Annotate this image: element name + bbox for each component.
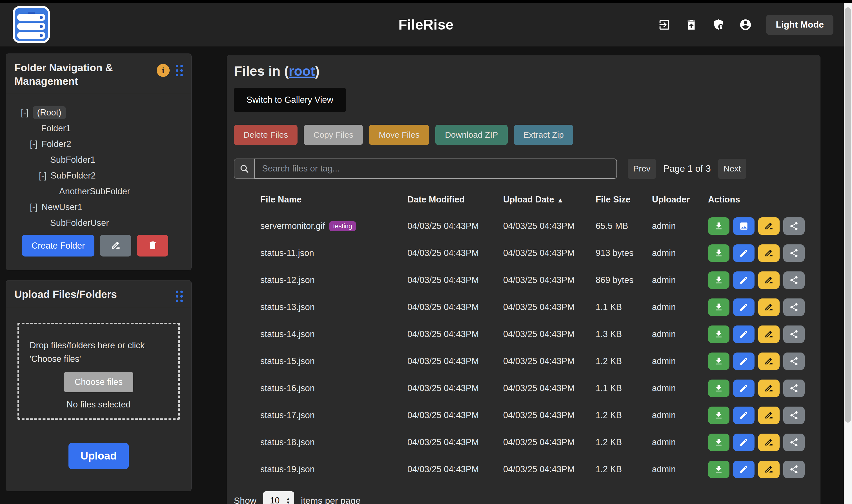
column-file-name[interactable]: File Name: [255, 195, 407, 205]
share-button[interactable]: [783, 353, 805, 370]
file-name[interactable]: status-17.json: [260, 410, 315, 420]
file-name[interactable]: status-18.json: [260, 437, 315, 447]
table-row[interactable]: status-16.json 04/03/25 04:43PM 04/03/25…: [234, 375, 813, 402]
file-name[interactable]: status-12.json: [260, 275, 315, 285]
file-name[interactable]: status-16.json: [260, 383, 315, 393]
delete-folder-button[interactable]: [137, 235, 168, 256]
edit-preview-button[interactable]: [733, 461, 754, 478]
table-row[interactable]: status-18.json 04/03/25 04:43PM 04/03/25…: [234, 429, 813, 456]
table-row[interactable]: status-19.json 04/03/25 04:43PM 04/03/25…: [234, 456, 813, 483]
download-button[interactable]: [708, 380, 729, 397]
switch-gallery-view-button[interactable]: Switch to Gallery View: [234, 88, 346, 112]
share-button[interactable]: [783, 434, 805, 451]
info-icon[interactable]: i: [157, 64, 170, 77]
edit-preview-button[interactable]: [733, 353, 754, 370]
folder-tree-item[interactable]: SubFolder1: [6, 152, 191, 168]
table-row[interactable]: status-17.json 04/03/25 04:43PM 04/03/25…: [234, 402, 813, 429]
rename-button[interactable]: [758, 299, 780, 316]
table-row[interactable]: status-13.json 04/03/25 04:43PM 04/03/25…: [234, 294, 813, 321]
column-file-size[interactable]: File Size: [596, 195, 652, 205]
column-uploader[interactable]: Uploader: [652, 195, 708, 205]
prev-page-button[interactable]: Prev: [628, 159, 656, 179]
rename-button[interactable]: [758, 271, 780, 289]
edit-preview-button[interactable]: [733, 271, 754, 289]
file-name[interactable]: servermonitor.gif: [260, 221, 325, 231]
rename-button[interactable]: [758, 325, 780, 343]
folder-tree-item[interactable]: Folder1: [6, 121, 191, 136]
rename-button[interactable]: [758, 380, 780, 397]
edit-preview-button[interactable]: [733, 299, 754, 316]
rename-button[interactable]: [758, 434, 780, 451]
restore-trash-icon[interactable]: [685, 18, 698, 31]
download-button[interactable]: [708, 407, 729, 424]
rename-folder-button[interactable]: [100, 235, 131, 256]
file-name[interactable]: status-13.json: [260, 302, 315, 312]
file-name[interactable]: status-19.json: [260, 464, 315, 474]
copy-files-button[interactable]: Copy Files: [304, 125, 363, 145]
edit-preview-button[interactable]: [733, 245, 754, 262]
folder-tree-item[interactable]: SubFolderUser: [6, 215, 191, 231]
admin-shield-icon[interactable]: [712, 18, 725, 31]
collapse-toggle[interactable]: [-]: [30, 202, 38, 212]
scrollbar-thumb[interactable]: [845, 7, 851, 422]
folder-tree-item[interactable]: [-] Folder2: [6, 136, 191, 152]
share-button[interactable]: [783, 271, 805, 289]
next-page-button[interactable]: Next: [718, 159, 746, 179]
drag-handle-icon[interactable]: [176, 291, 183, 302]
collapse-toggle[interactable]: [-]: [30, 139, 38, 149]
collapse-toggle[interactable]: [-]: [21, 108, 29, 118]
search-input[interactable]: [254, 159, 617, 179]
folder-tree-item[interactable]: [-] NewUser1: [6, 199, 191, 215]
account-circle-icon[interactable]: [739, 18, 752, 31]
file-name[interactable]: status-14.json: [260, 329, 315, 339]
items-per-page-select[interactable]: 10 ▲▼: [263, 491, 294, 504]
download-button[interactable]: [708, 299, 729, 316]
share-button[interactable]: [783, 461, 805, 478]
collapse-toggle[interactable]: [-]: [39, 170, 47, 181]
edit-preview-button[interactable]: [733, 380, 754, 397]
delete-files-button[interactable]: Delete Files: [234, 125, 297, 145]
table-row[interactable]: servermonitor.gif testing 04/03/25 04:43…: [234, 213, 813, 240]
download-button[interactable]: [708, 245, 729, 262]
choose-files-button[interactable]: Choose files: [64, 372, 133, 392]
preview-image-button[interactable]: [733, 217, 754, 235]
column-date-modified[interactable]: Date Modified: [407, 195, 503, 205]
column-upload-date[interactable]: Upload Date▲: [503, 195, 596, 205]
edit-preview-button[interactable]: [733, 407, 754, 424]
table-row[interactable]: status-11.json 04/03/25 04:43PM 04/03/25…: [234, 240, 813, 267]
folder-tree-item[interactable]: [-] (Root): [6, 105, 191, 121]
download-button[interactable]: [708, 217, 729, 235]
file-name[interactable]: status-11.json: [260, 248, 314, 258]
file-name[interactable]: status-15.json: [260, 356, 315, 366]
table-row[interactable]: status-14.json 04/03/25 04:43PM 04/03/25…: [234, 321, 813, 348]
download-button[interactable]: [708, 271, 729, 289]
folder-tree-item[interactable]: AnotherSubFolder: [6, 184, 191, 199]
upload-dropzone[interactable]: Drop files/folders here or click 'Choose…: [17, 323, 180, 420]
share-button[interactable]: [783, 245, 805, 262]
logout-icon[interactable]: [658, 18, 671, 31]
rename-button[interactable]: [758, 461, 780, 478]
drag-handle-icon[interactable]: [176, 65, 183, 76]
download-button[interactable]: [708, 461, 729, 478]
edit-preview-button[interactable]: [733, 434, 754, 451]
rename-button[interactable]: [758, 407, 780, 424]
download-button[interactable]: [708, 325, 729, 343]
root-folder-link[interactable]: root: [289, 64, 315, 78]
download-zip-button[interactable]: Download ZIP: [435, 125, 507, 145]
share-button[interactable]: [783, 299, 805, 316]
rename-button[interactable]: [758, 353, 780, 370]
rename-button[interactable]: [758, 245, 780, 262]
download-button[interactable]: [708, 353, 729, 370]
table-row[interactable]: status-15.json 04/03/25 04:43PM 04/03/25…: [234, 348, 813, 375]
rename-button[interactable]: [758, 217, 780, 235]
light-mode-toggle-button[interactable]: Light Mode: [766, 15, 833, 35]
upload-button[interactable]: Upload: [68, 443, 129, 469]
move-files-button[interactable]: Move Files: [369, 125, 429, 145]
edit-preview-button[interactable]: [733, 325, 754, 343]
folder-tree-item[interactable]: [-] SubFolder2: [6, 168, 191, 184]
scrollbar-track[interactable]: [844, 3, 852, 504]
share-button[interactable]: [783, 217, 805, 235]
create-folder-button[interactable]: Create Folder: [22, 235, 94, 256]
share-button[interactable]: [783, 407, 805, 424]
extract-zip-button[interactable]: Extract Zip: [514, 125, 573, 145]
